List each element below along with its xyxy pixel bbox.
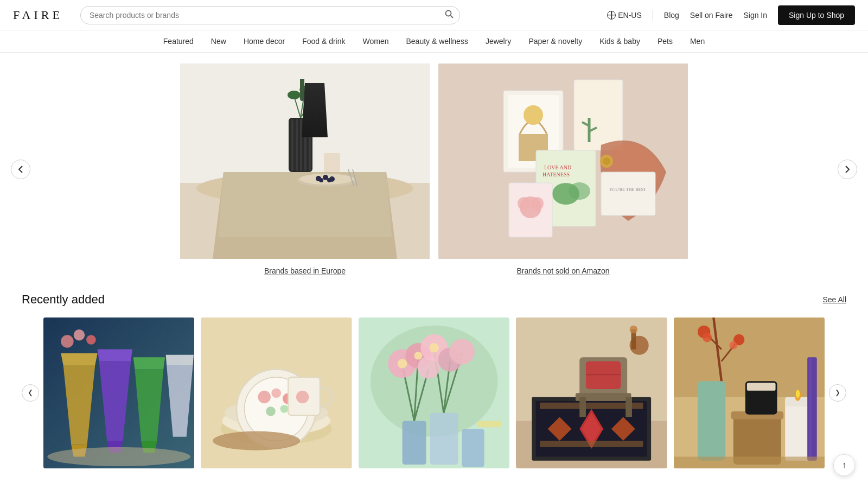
- nav-men[interactable]: Men: [690, 37, 705, 46]
- svg-point-40: [569, 182, 590, 200]
- nav-paper[interactable]: Paper & novelty: [528, 37, 582, 46]
- main-nav: Featured New Home decor Food & drink Wom…: [0, 30, 868, 53]
- svg-point-16: [307, 94, 319, 101]
- recently-added-section: Recently added See All: [0, 275, 868, 479]
- svg-line-1: [450, 15, 453, 18]
- nav-home-decor[interactable]: Home decor: [244, 37, 285, 46]
- svg-point-88: [429, 343, 439, 353]
- product-image-flowers: [359, 317, 509, 468]
- products-next-button[interactable]: [829, 384, 846, 402]
- svg-rect-72: [430, 413, 458, 465]
- svg-rect-71: [402, 421, 426, 465]
- svg-point-14: [288, 91, 301, 99]
- featured-carousel: Brands based in Europe: [0, 63, 868, 275]
- header: FAIRE EN-US Blog Sell on Faire Sign In S…: [0, 0, 868, 30]
- section-title: Recently added: [22, 293, 105, 307]
- svg-rect-121: [807, 357, 817, 460]
- nav-jewelry[interactable]: Jewelry: [486, 37, 511, 46]
- svg-point-15: [299, 86, 310, 93]
- svg-point-127: [702, 333, 712, 342]
- featured-label-amazon[interactable]: Brands not sold on Amazon: [516, 266, 609, 275]
- svg-rect-32: [574, 80, 623, 150]
- svg-point-67: [296, 391, 309, 403]
- svg-point-85: [449, 339, 475, 365]
- svg-rect-102: [579, 397, 586, 417]
- svg-point-43: [518, 197, 531, 210]
- globe-icon: [607, 11, 616, 20]
- svg-point-54: [86, 335, 96, 345]
- carousel-next-button[interactable]: [838, 160, 857, 179]
- svg-point-64: [266, 407, 276, 416]
- svg-point-129: [729, 341, 737, 350]
- svg-point-61: [258, 391, 271, 403]
- carousel-prev-button[interactable]: [11, 160, 30, 179]
- svg-rect-10: [309, 119, 311, 171]
- svg-rect-73: [462, 429, 484, 467]
- product-card-rug[interactable]: [516, 317, 667, 468]
- chevron-up-icon: ↑: [842, 460, 846, 470]
- featured-label-europe[interactable]: Brands based in Europe: [264, 266, 346, 275]
- svg-point-24: [327, 178, 331, 182]
- blog-link[interactable]: Blog: [664, 11, 679, 20]
- header-divider: [653, 10, 653, 21]
- featured-item-europe: Brands based in Europe: [180, 63, 430, 275]
- product-card-candles[interactable]: [674, 317, 825, 468]
- product-image-plates: [201, 317, 352, 468]
- products-prev-button[interactable]: [22, 384, 39, 402]
- scroll-top-button[interactable]: ↑: [833, 454, 855, 476]
- svg-rect-9: [304, 119, 307, 171]
- svg-point-87: [414, 352, 422, 360]
- featured-image-europe[interactable]: [180, 63, 430, 259]
- product-image-glasses: [43, 317, 194, 468]
- svg-text:HATENESS: HATENESS: [542, 172, 570, 177]
- svg-point-86: [398, 359, 407, 369]
- nav-food-drink[interactable]: Food & drink: [302, 37, 345, 46]
- svg-text:YOU'RE THE BEST: YOU'RE THE BEST: [609, 187, 646, 192]
- search-icon: [445, 10, 454, 21]
- lang-selector[interactable]: EN-US: [607, 11, 642, 20]
- main-content: Brands based in Europe: [0, 53, 868, 489]
- svg-rect-97: [540, 441, 643, 447]
- nav-pets[interactable]: Pets: [658, 37, 673, 46]
- product-card-plates[interactable]: [201, 317, 352, 468]
- product-card-flowers[interactable]: [359, 317, 509, 468]
- nav-new[interactable]: New: [211, 37, 226, 46]
- svg-rect-104: [586, 361, 621, 389]
- svg-point-51: [47, 447, 190, 466]
- nav-featured[interactable]: Featured: [163, 37, 194, 46]
- svg-point-31: [524, 105, 543, 125]
- svg-point-68: [213, 431, 300, 450]
- svg-point-44: [531, 197, 544, 210]
- svg-rect-89: [478, 421, 502, 427]
- featured-grid: Brands based in Europe: [22, 63, 846, 275]
- logo[interactable]: FAIRE: [13, 8, 63, 22]
- header-right: EN-US Blog Sell on Faire Sign In Sign Up…: [607, 5, 855, 25]
- svg-rect-122: [809, 357, 811, 460]
- nav-women[interactable]: Women: [363, 37, 389, 46]
- featured-image-amazon[interactable]: LOVE AND HATENESS YO: [438, 63, 688, 259]
- svg-point-23: [319, 178, 323, 182]
- signin-link[interactable]: Sign In: [743, 11, 767, 20]
- nav-beauty[interactable]: Beauty & wellness: [406, 37, 468, 46]
- sell-link[interactable]: Sell on Faire: [690, 11, 733, 20]
- section-header: Recently added See All: [22, 293, 846, 307]
- svg-rect-7: [296, 119, 298, 171]
- see-all-link[interactable]: See All: [822, 295, 846, 304]
- svg-point-48: [603, 157, 610, 165]
- product-card-glasses[interactable]: [43, 317, 194, 468]
- svg-rect-103: [626, 397, 632, 417]
- nav-kids[interactable]: Kids & baby: [599, 37, 640, 46]
- search-input[interactable]: [80, 6, 460, 24]
- svg-rect-112: [698, 381, 725, 461]
- svg-point-0: [445, 10, 451, 16]
- svg-rect-130: [674, 456, 825, 468]
- sign-up-button[interactable]: Sign Up to Shop: [778, 5, 855, 25]
- product-image-rug: [516, 317, 667, 468]
- search-bar: [80, 6, 460, 24]
- featured-item-amazon: LOVE AND HATENESS YO: [438, 63, 688, 275]
- svg-point-52: [61, 335, 73, 347]
- svg-rect-45: [601, 172, 655, 215]
- svg-point-120: [796, 390, 800, 398]
- svg-rect-116: [746, 383, 775, 391]
- svg-rect-6: [291, 119, 293, 171]
